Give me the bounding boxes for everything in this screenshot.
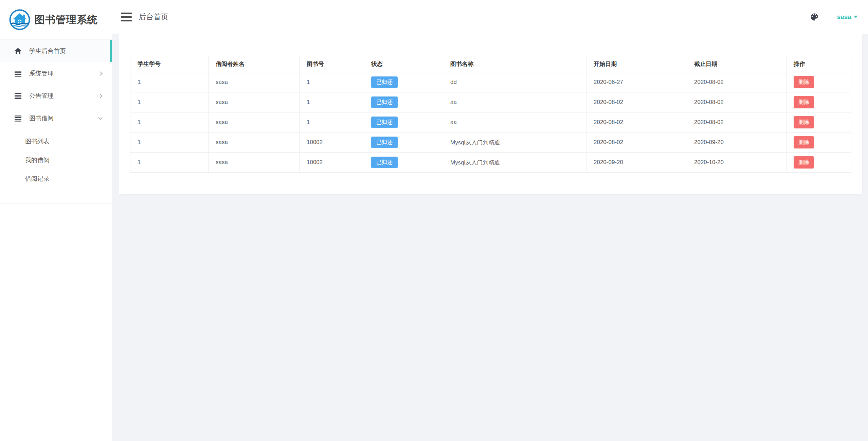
col-book-name: 图书名称 — [443, 56, 586, 72]
sidebar-item-label: 图书借阅 — [29, 114, 99, 122]
main-content: 学生学号 借阅者姓名 图书号 状态 图书名称 开始日期 截止日期 操作 1 sa… — [112, 34, 868, 441]
cell-actions: 删除 — [786, 112, 851, 133]
chevron-right-icon — [98, 94, 103, 98]
borrow-records-table: 学生学号 借阅者姓名 图书号 状态 图书名称 开始日期 截止日期 操作 1 sa… — [130, 56, 851, 173]
sidebar-subitem-borrow-records[interactable]: 借阅记录 — [0, 170, 112, 188]
records-card: 学生学号 借阅者姓名 图书号 状态 图书名称 开始日期 截止日期 操作 1 sa… — [119, 34, 862, 194]
sidebar-item-book-borrow[interactable]: 图书借阅 — [0, 107, 112, 129]
cell-borrower: sasa — [209, 133, 300, 153]
app-title: 图书管理系统 — [35, 13, 98, 27]
cell-book-id: 10002 — [300, 133, 364, 153]
sidebar-item-system-management[interactable]: 系统管理 — [0, 62, 112, 85]
list-icon — [14, 91, 22, 100]
cell-status: 已归还 — [364, 112, 443, 133]
cell-borrower: sasa — [209, 72, 300, 92]
cell-student-id: 1 — [130, 153, 209, 173]
list-icon — [14, 114, 22, 123]
table-row: 1 sasa 1 已归还 aa 2020-08-02 2020-08-02 删除 — [130, 112, 851, 133]
cell-book-id: 10002 — [300, 153, 364, 173]
col-student-id: 学生学号 — [130, 56, 209, 72]
cell-book-id: 1 — [300, 92, 364, 112]
cell-start-date: 2020-08-02 — [586, 133, 687, 153]
chevron-right-icon — [98, 71, 103, 76]
table-row: 1 sasa 1 已归还 aa 2020-08-02 2020-08-02 删除 — [130, 92, 851, 112]
home-icon — [14, 47, 22, 55]
status-badge: 已归还 — [371, 137, 398, 148]
sidebar-item-label: 系统管理 — [29, 69, 99, 77]
cell-book-id: 1 — [300, 72, 364, 92]
status-badge: 已归还 — [371, 157, 398, 168]
cell-actions: 删除 — [786, 153, 851, 173]
cell-student-id: 1 — [130, 72, 209, 92]
cell-student-id: 1 — [130, 92, 209, 112]
cell-start-date: 2020-06-27 — [586, 72, 687, 92]
cell-status: 已归还 — [364, 153, 443, 173]
cell-end-date: 2020-10-20 — [687, 153, 786, 173]
status-badge: 已归还 — [371, 96, 398, 108]
cell-book-name: dd — [443, 72, 586, 92]
col-book-id: 图书号 — [300, 56, 364, 72]
delete-button[interactable]: 删除 — [794, 136, 814, 148]
cell-borrower: sasa — [209, 92, 300, 112]
logo: 图书管理系统 — [0, 0, 112, 40]
cell-start-date: 2020-09-20 — [586, 153, 687, 173]
sidebar-menu: 学生后台首页 系统管理 公告管理 — [0, 40, 112, 204]
sidebar-item-label: 公告管理 — [29, 92, 99, 100]
cell-end-date: 2020-09-20 — [687, 133, 786, 153]
table-row: 1 sasa 1 已归还 dd 2020-06-27 2020-08-02 删除 — [130, 72, 851, 92]
sidebar-subitem-my-borrow[interactable]: 我的借阅 — [0, 151, 112, 170]
cell-book-name: Mysql从入门到精通 — [443, 153, 586, 173]
status-badge: 已归还 — [371, 76, 398, 88]
delete-button[interactable]: 删除 — [794, 116, 814, 128]
cell-book-name: aa — [443, 92, 586, 112]
cell-borrower: sasa — [209, 153, 300, 173]
cell-status: 已归还 — [364, 133, 443, 153]
delete-button[interactable]: 删除 — [794, 76, 814, 88]
cell-end-date: 2020-08-02 — [687, 72, 786, 92]
col-status: 状态 — [364, 56, 443, 72]
cell-borrower: sasa — [209, 112, 300, 133]
cell-end-date: 2020-08-02 — [687, 92, 786, 112]
cell-actions: 删除 — [786, 133, 851, 153]
col-actions: 操作 — [786, 56, 851, 72]
table-row: 1 sasa 10002 已归还 Mysql从入门到精通 2020-09-20 … — [130, 153, 851, 173]
col-borrower: 借阅者姓名 — [209, 56, 300, 72]
logo-icon — [9, 9, 31, 31]
cell-student-id: 1 — [130, 133, 209, 153]
col-end-date: 截止日期 — [687, 56, 786, 72]
book-borrow-submenu: 图书列表 我的借阅 借阅记录 — [0, 129, 112, 188]
col-start-date: 开始日期 — [586, 56, 687, 72]
cell-start-date: 2020-08-02 — [586, 92, 687, 112]
cell-book-name: Mysql从入门到精通 — [443, 133, 586, 153]
sidebar-item-label: 学生后台首页 — [29, 47, 102, 55]
table-row: 1 sasa 10002 已归还 Mysql从入门到精通 2020-08-02 … — [130, 133, 851, 153]
cell-end-date: 2020-08-02 — [687, 112, 786, 133]
user-dropdown[interactable]: sasa — [837, 13, 858, 21]
topbar: 后台首页 sasa — [112, 0, 868, 34]
chevron-down-icon — [98, 116, 103, 120]
sidebar-item-notice-management[interactable]: 公告管理 — [0, 85, 112, 107]
table-header-row: 学生学号 借阅者姓名 图书号 状态 图书名称 开始日期 截止日期 操作 — [130, 56, 851, 72]
hamburger-icon[interactable] — [121, 13, 132, 21]
cell-student-id: 1 — [130, 112, 209, 133]
delete-button[interactable]: 删除 — [794, 156, 814, 169]
breadcrumb: 后台首页 — [139, 12, 168, 22]
cell-book-id: 1 — [300, 112, 364, 133]
palette-icon[interactable] — [809, 12, 819, 22]
sidebar-subitem-book-list[interactable]: 图书列表 — [0, 132, 112, 151]
list-icon — [14, 69, 22, 78]
sidebar: 图书管理系统 学生后台首页 系统管理 公告管理 — [0, 0, 112, 441]
caret-down-icon — [854, 16, 858, 18]
cell-book-name: aa — [443, 112, 586, 133]
status-badge: 已归还 — [371, 117, 398, 128]
cell-actions: 删除 — [786, 92, 851, 112]
cell-status: 已归还 — [364, 92, 443, 112]
cell-start-date: 2020-08-02 — [586, 112, 687, 133]
username: sasa — [837, 13, 851, 21]
sidebar-item-student-home[interactable]: 学生后台首页 — [0, 40, 112, 62]
cell-status: 已归还 — [364, 72, 443, 92]
cell-actions: 删除 — [786, 72, 851, 92]
delete-button[interactable]: 删除 — [794, 96, 814, 108]
